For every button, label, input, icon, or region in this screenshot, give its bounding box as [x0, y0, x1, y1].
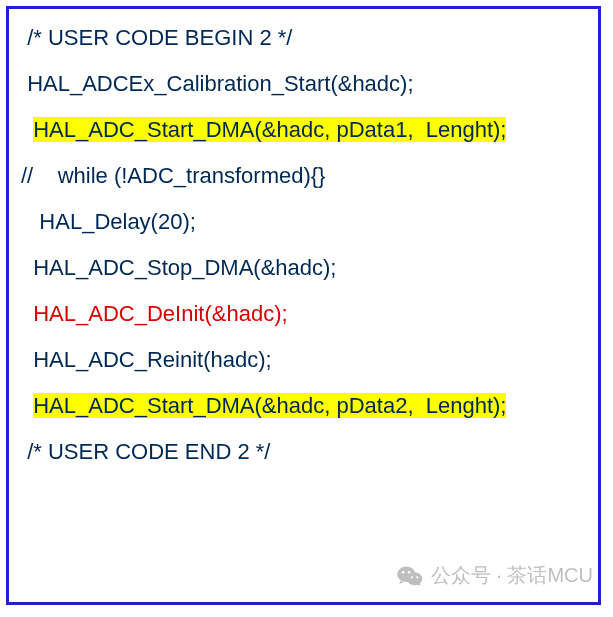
code-line: /* USER CODE BEGIN 2 */: [21, 27, 598, 49]
code-line: HAL_ADC_Start_DMA(&hadc, pData2, Lenght)…: [21, 395, 598, 417]
svg-point-3: [402, 571, 405, 574]
code-text: [21, 209, 39, 234]
code-line: // while (!ADC_transformed){}: [21, 165, 598, 187]
code-text: HAL_Delay(20);: [39, 209, 196, 234]
svg-point-4: [408, 571, 411, 574]
code-text: [21, 301, 33, 326]
code-text: [21, 393, 33, 418]
code-text: /* USER CODE END 2 */: [27, 439, 270, 464]
code-line: HAL_ADC_DeInit(&hadc);: [21, 303, 598, 325]
code-text: HAL_ADCEx_Calibration_Start(&hadc);: [27, 71, 413, 96]
code-line: HAL_Delay(20);: [21, 211, 598, 233]
code-text: /* USER CODE BEGIN 2 */: [27, 25, 292, 50]
code-line: HAL_ADC_Stop_DMA(&hadc);: [21, 257, 598, 279]
code-text: [21, 117, 33, 142]
code-line: /* USER CODE END 2 */: [21, 441, 598, 463]
code-text: HAL_ADC_Stop_DMA(&hadc);: [33, 255, 336, 280]
code-line: HAL_ADC_Reinit(hadc);: [21, 349, 598, 371]
code-text: // while (!ADC_transformed){}: [21, 163, 325, 188]
code-text: HAL_ADC_Reinit(hadc);: [33, 347, 271, 372]
svg-point-6: [416, 576, 418, 578]
code-line: HAL_ADCEx_Calibration_Start(&hadc);: [21, 73, 598, 95]
code-box: /* USER CODE BEGIN 2 */ HAL_ADCEx_Calibr…: [6, 6, 601, 605]
code-text-highlighted: HAL_ADC_Start_DMA(&hadc, pData1, Lenght)…: [33, 117, 506, 142]
code-text-highlighted: HAL_ADC_Start_DMA(&hadc, pData2, Lenght)…: [33, 393, 506, 418]
watermark-text: 公众号 · 茶话MCU: [431, 562, 593, 589]
code-line: HAL_ADC_Start_DMA(&hadc, pData1, Lenght)…: [21, 119, 598, 141]
code-text: [21, 255, 33, 280]
code-text-emphasis: HAL_ADC_DeInit(&hadc);: [33, 301, 287, 326]
svg-point-5: [411, 576, 413, 578]
watermark: 公众号 · 茶话MCU: [397, 562, 593, 589]
wechat-icon: [397, 565, 423, 587]
code-text: [21, 347, 33, 372]
